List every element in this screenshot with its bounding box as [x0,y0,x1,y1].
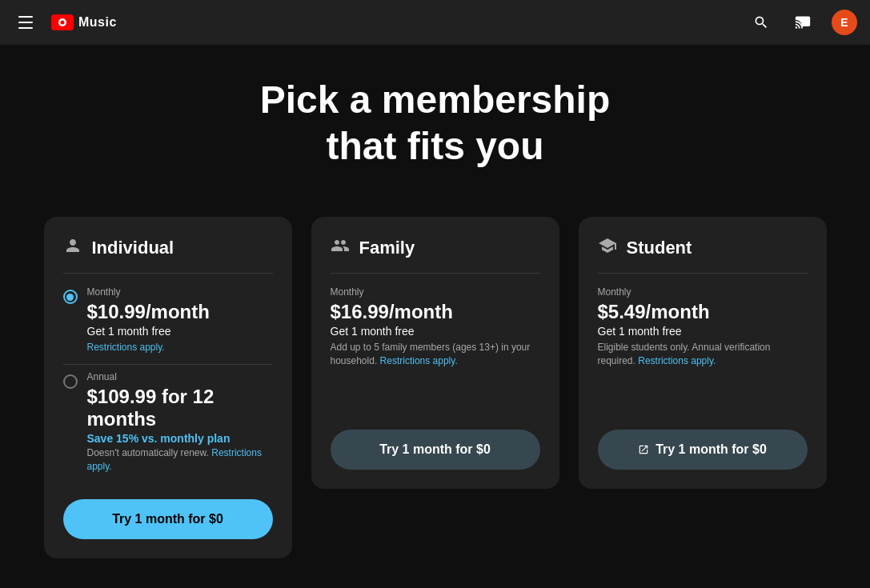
family-cta-button[interactable]: Try 1 month for $0 [331,430,540,470]
family-monthly-free: Get 1 month free [331,325,540,338]
family-monthly-label: Monthly [331,286,540,298]
student-card: Student Monthly $5.49/month Get 1 month … [579,217,827,489]
family-card: Family Monthly $16.99/month Get 1 month … [311,217,559,489]
individual-divider [63,273,273,274]
svg-point-2 [61,21,65,25]
student-monthly-price: $5.49/month [598,301,808,323]
individual-title: Individual [92,238,174,258]
page-title: Pick a membership that fits you [260,77,611,169]
search-icon [753,14,769,30]
individual-annual-price: $109.99 for 12 months [87,386,273,430]
individual-monthly-price: $10.99/month [87,301,273,323]
family-icon [331,236,350,260]
family-monthly-link[interactable]: Restrictions apply. [380,355,458,366]
individual-annual-radio[interactable] [63,374,78,389]
family-title: Family [359,238,415,258]
family-monthly-section: Monthly $16.99/month Get 1 month free Ad… [331,286,540,368]
individual-annual-content: Annual $109.99 for 12 months Save 15% vs… [87,371,273,474]
individual-annual-option[interactable]: Annual $109.99 for 12 months Save 15% vs… [63,371,273,474]
menu-button[interactable] [13,10,38,35]
main-content: Pick a membership that fits you Individu… [0,45,870,588]
individual-monthly-free: Get 1 month free [87,325,273,338]
cast-icon [795,14,811,30]
youtube-music-icon [51,14,74,30]
individual-monthly-desc: Restrictions apply. [87,341,273,354]
header-left: Music [13,10,117,35]
student-card-header: Student [598,236,808,260]
student-monthly-free: Get 1 month free [598,325,808,338]
individual-icon [63,236,82,260]
individual-monthly-option[interactable]: Monthly $10.99/month Get 1 month free Re… [63,286,273,365]
external-link-icon [638,444,649,455]
family-monthly-price: $16.99/month [331,301,540,323]
family-card-header: Family [331,236,540,260]
logo-area[interactable]: Music [51,14,117,30]
student-monthly-desc: Eligible students only. Annual verificat… [598,341,808,368]
student-divider [598,273,808,274]
individual-annual-save: Save 15% vs. monthly plan [87,432,273,445]
individual-annual-note: Doesn't automatically renew. Restriction… [87,446,273,474]
cast-button[interactable] [790,10,816,35]
individual-monthly-radio[interactable] [63,290,78,304]
student-monthly-label: Monthly [598,286,808,298]
individual-card: Individual Monthly $10.99/month Get 1 mo… [44,217,292,558]
individual-monthly-link[interactable]: Restrictions apply. [87,342,165,353]
individual-monthly-content: Monthly $10.99/month Get 1 month free Re… [87,286,273,354]
student-monthly-section: Monthly $5.49/month Get 1 month free Eli… [598,286,808,368]
header: Music E [0,0,870,45]
hamburger-icon [15,13,36,32]
individual-monthly-label: Monthly [87,286,273,298]
user-avatar[interactable]: E [832,10,857,35]
membership-cards: Individual Monthly $10.99/month Get 1 mo… [19,217,852,558]
header-right: E [748,10,857,35]
student-title: Student [627,238,692,258]
search-button[interactable] [748,10,774,35]
student-cta-button[interactable]: Try 1 month for $0 [598,430,808,470]
family-divider [331,273,540,274]
family-monthly-desc: Add up to 5 family members (ages 13+) in… [331,341,540,368]
individual-card-header: Individual [63,236,273,260]
individual-annual-label: Annual [87,371,273,382]
individual-cta-button[interactable]: Try 1 month for $0 [63,499,273,539]
student-icon [598,236,617,260]
student-monthly-link[interactable]: Restrictions apply. [638,355,716,366]
logo-text: Music [78,15,117,30]
